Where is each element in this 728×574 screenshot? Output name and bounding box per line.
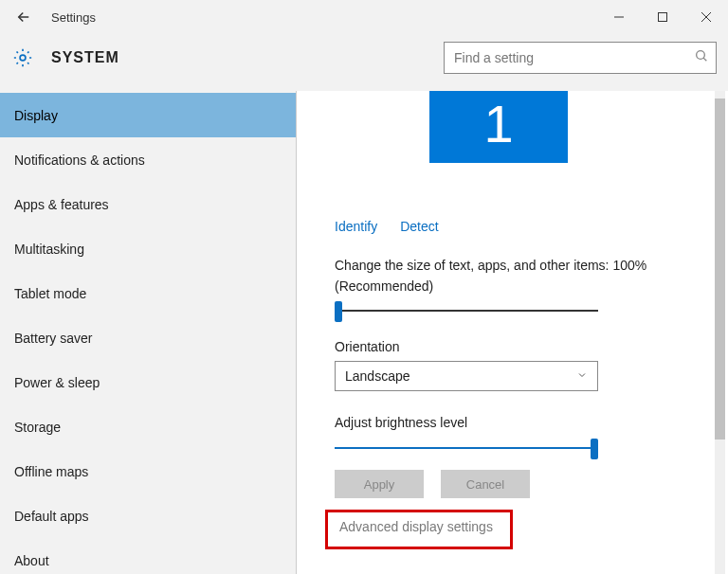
- sidebar-item-default-apps[interactable]: Default apps: [0, 493, 296, 538]
- sidebar-item-label: Display: [14, 108, 58, 123]
- apply-button: Apply: [335, 470, 424, 498]
- slider-thumb[interactable]: [335, 301, 342, 322]
- slider-track: [335, 447, 598, 449]
- sidebar-item-label: Storage: [14, 420, 61, 435]
- orientation-value: Landscape: [345, 368, 410, 384]
- sidebar-item-label: Default apps: [14, 509, 89, 524]
- scrollbar-thumb[interactable]: [715, 99, 725, 439]
- sidebar-item-power-sleep[interactable]: Power & sleep: [0, 360, 296, 404]
- sidebar-item-label: Apps & features: [14, 197, 109, 212]
- monitor-thumbnail[interactable]: 1: [429, 91, 568, 163]
- sidebar-item-apps-features[interactable]: Apps & features: [0, 182, 296, 226]
- sidebar-item-battery-saver[interactable]: Battery saver: [0, 315, 296, 360]
- sidebar: DisplayNotifications & actionsApps & fea…: [0, 91, 296, 574]
- close-button[interactable]: [684, 3, 728, 31]
- orientation-select[interactable]: Landscape: [335, 361, 598, 391]
- search-input[interactable]: [444, 42, 717, 74]
- slider-thumb[interactable]: [591, 439, 598, 459]
- brightness-label: Adjust brightness level: [335, 415, 467, 430]
- page-title: SYSTEM: [51, 49, 119, 66]
- minimize-button[interactable]: [597, 3, 641, 31]
- advanced-display-settings-link[interactable]: Advanced display settings: [339, 519, 493, 534]
- sidebar-item-label: Battery saver: [14, 331, 92, 346]
- sidebar-item-label: Multitasking: [14, 242, 84, 257]
- monitor-number: 1: [483, 93, 513, 154]
- sidebar-item-tablet-mode[interactable]: Tablet mode: [0, 271, 296, 315]
- slider-track: [335, 310, 598, 312]
- brightness-slider[interactable]: [335, 439, 598, 457]
- cancel-button: Cancel: [441, 470, 530, 498]
- svg-rect-1: [659, 13, 667, 22]
- svg-line-6: [703, 58, 706, 61]
- content-pane: 1 Identify Detect Change the size of tex…: [297, 91, 728, 574]
- sidebar-item-notifications-actions[interactable]: Notifications & actions: [0, 137, 296, 182]
- sidebar-item-label: Offline maps: [14, 464, 88, 479]
- maximize-button[interactable]: [641, 3, 684, 31]
- sidebar-item-storage[interactable]: Storage: [0, 404, 296, 449]
- svg-point-4: [20, 55, 26, 61]
- window-title: Settings: [51, 10, 96, 25]
- advanced-highlight: Advanced display settings: [325, 510, 513, 549]
- svg-point-5: [697, 51, 705, 60]
- identify-link[interactable]: Identify: [335, 219, 377, 234]
- sidebar-item-label: Power & sleep: [14, 375, 100, 390]
- search-icon: [694, 48, 709, 67]
- sidebar-item-offline-maps[interactable]: Offline maps: [0, 449, 296, 493]
- gear-icon: [11, 46, 34, 69]
- scale-text: Change the size of text, apps, and other…: [335, 256, 657, 296]
- detect-link[interactable]: Detect: [400, 219, 438, 234]
- orientation-label: Orientation: [335, 339, 399, 354]
- back-button[interactable]: [9, 3, 38, 31]
- sidebar-item-multitasking[interactable]: Multitasking: [0, 226, 296, 271]
- sidebar-item-about[interactable]: About: [0, 538, 296, 574]
- sidebar-item-label: About: [14, 553, 49, 568]
- sidebar-item-label: Tablet mode: [14, 286, 86, 301]
- sidebar-item-label: Notifications & actions: [14, 152, 145, 168]
- sidebar-item-display[interactable]: Display: [0, 93, 296, 137]
- scrollbar[interactable]: [715, 91, 725, 574]
- chevron-down-icon: [576, 368, 588, 384]
- scale-slider[interactable]: [335, 301, 598, 320]
